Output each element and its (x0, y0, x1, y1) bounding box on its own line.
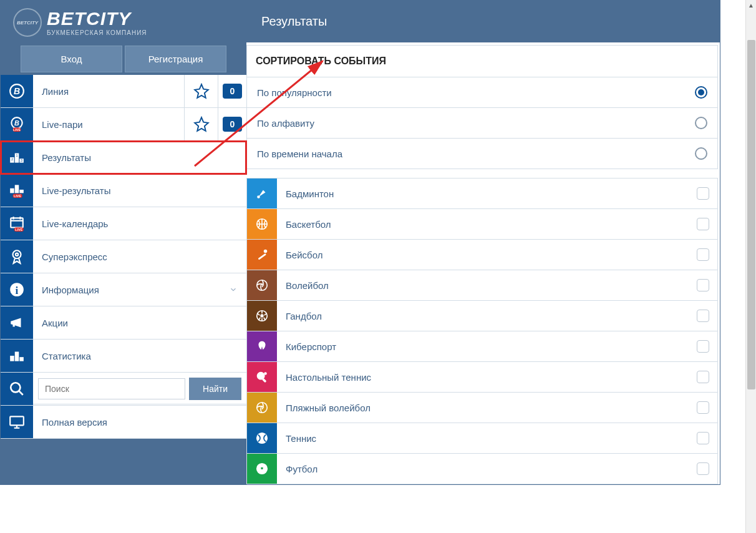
sidebar-item-label: Live-пари (33, 119, 184, 130)
sidebar-item-results[interactable]: 123 Результаты (1, 141, 246, 174)
calendar-live-icon: LIVE (1, 207, 33, 240)
svg-text:LIVE: LIVE (14, 194, 21, 198)
favorite-star-button[interactable] (184, 75, 218, 107)
svg-rect-13 (10, 188, 14, 193)
sport-row-tennis[interactable]: Теннис (247, 423, 717, 454)
sport-checkbox[interactable] (689, 310, 717, 322)
svg-point-23 (13, 250, 21, 258)
sidebar-item-label: Live-календарь (33, 218, 246, 229)
sport-checkbox[interactable] (689, 248, 717, 261)
sport-label: Настольный теннис (277, 372, 689, 383)
logo-badge-icon: BETCITY (13, 8, 42, 37)
svg-text:3: 3 (21, 159, 22, 162)
svg-point-30 (11, 383, 20, 392)
sport-checkbox[interactable] (689, 340, 717, 353)
sort-option-starttime[interactable]: По времени начала (247, 138, 717, 169)
baseball-icon (247, 240, 277, 270)
beach-volleyball-icon (247, 393, 277, 423)
sort-option-popularity[interactable]: По популярности (247, 77, 717, 107)
search-button[interactable]: Найти (189, 378, 241, 400)
sport-row-football[interactable]: Футбол (247, 454, 717, 484)
sidebar-item-live-bets[interactable]: BLIVE Live-пари 0 (1, 108, 246, 141)
sport-row-badminton[interactable]: Бадминтон (247, 178, 717, 209)
football-icon (247, 454, 277, 484)
sport-row-baseball[interactable]: Бейсбол (247, 240, 717, 270)
register-button[interactable]: Регистрация (125, 46, 226, 72)
sidebar-item-label: Live-результаты (33, 185, 246, 196)
podium-live-icon: LIVE (1, 174, 33, 207)
logo-tagline: БУКМЕКЕРСКАЯ КОМПАНИЯ (47, 29, 147, 36)
sidebar-item-info[interactable]: i Информация (1, 273, 246, 306)
table-tennis-icon (247, 362, 277, 392)
logo-main: BETCITY (47, 9, 147, 28)
sport-checkbox[interactable] (689, 279, 717, 291)
svg-rect-12 (15, 185, 19, 193)
svg-point-39 (257, 280, 268, 291)
volleyball-icon (247, 270, 277, 300)
radio-icon (695, 147, 707, 160)
svg-text:LIVE: LIVE (15, 228, 22, 232)
sport-label: Киберспорт (277, 341, 689, 352)
sport-row-basketball[interactable]: Баскетбол (247, 209, 717, 240)
sidebar-item-label: Линия (33, 86, 184, 97)
svg-marker-48 (260, 466, 264, 470)
sidebar-item-label: Статистика (33, 351, 246, 361)
sport-row-esports[interactable]: Киберспорт (247, 331, 717, 362)
sidebar-item-live-results[interactable]: LIVE Live-результаты (1, 174, 246, 207)
svg-rect-14 (19, 190, 24, 193)
svg-point-44 (264, 372, 267, 375)
sidebar-item-promo[interactable]: Акции (1, 306, 246, 340)
svg-rect-27 (15, 352, 19, 361)
info-icon: i (1, 273, 33, 306)
svg-rect-17 (11, 218, 23, 227)
esports-icon (247, 331, 277, 361)
badminton-icon (247, 178, 277, 208)
handball-icon (247, 301, 277, 331)
tennis-icon (247, 423, 277, 453)
favorite-star-button[interactable] (184, 108, 218, 140)
search-input[interactable] (38, 378, 185, 399)
login-button[interactable]: Вход (21, 46, 122, 72)
svg-text:2: 2 (11, 157, 13, 161)
sidebar-item-fullversion[interactable]: Полная версия (1, 406, 246, 439)
podium2-icon (1, 340, 33, 372)
sport-checkbox[interactable] (689, 462, 717, 475)
svg-line-31 (19, 391, 23, 395)
svg-rect-28 (10, 356, 14, 361)
sport-row-table-tennis[interactable]: Настольный теннис (247, 362, 717, 393)
sport-checkbox[interactable] (689, 401, 717, 414)
scroll-up-icon[interactable]: ▲ (746, 0, 756, 11)
sort-panel: СОРТИРОВАТЬ СОБЫТИЯ По популярности По а… (246, 45, 718, 169)
svg-text:i: i (16, 285, 19, 296)
basketball-icon (247, 209, 277, 239)
sport-checkbox[interactable] (689, 371, 717, 383)
sport-checkbox[interactable] (689, 432, 717, 444)
svg-rect-29 (19, 357, 24, 361)
megaphone-icon (1, 306, 33, 339)
search-icon (1, 373, 33, 405)
vertical-scrollbar[interactable]: ▲ (745, 0, 756, 533)
svg-text:B: B (14, 119, 19, 127)
radio-selected-icon (695, 86, 707, 99)
sport-label: Теннис (277, 433, 689, 444)
sidebar-item-stats[interactable]: Статистика (1, 340, 246, 373)
sport-label: Волейбол (277, 280, 689, 291)
chevron-down-icon (220, 285, 246, 294)
sport-row-beach-volleyball[interactable]: Пляжный волейбол (247, 393, 717, 423)
sport-checkbox[interactable] (689, 187, 717, 200)
sport-checkbox[interactable] (689, 218, 717, 230)
svg-point-45 (257, 403, 268, 413)
sport-row-handball[interactable]: Гандбол (247, 301, 717, 331)
sort-option-label: По популярности (257, 87, 332, 98)
sidebar-item-search: Найти (1, 373, 246, 406)
sidebar-item-label: Результаты (33, 152, 246, 163)
sidebar-item-line[interactable]: B Линия 0 (1, 75, 246, 108)
scroll-thumb[interactable] (747, 40, 755, 389)
sport-label: Бейсбол (277, 250, 689, 260)
sidebar-item-label: Суперэкспресс (33, 252, 246, 262)
sidebar-item-superexpress[interactable]: Суперэкспресс (1, 240, 246, 273)
count-badge: 0 (218, 75, 246, 107)
sort-option-alphabet[interactable]: По алфавиту (247, 107, 717, 138)
sport-row-volleyball[interactable]: Волейбол (247, 270, 717, 301)
sidebar-item-live-calendar[interactable]: LIVE Live-календарь (1, 207, 246, 240)
